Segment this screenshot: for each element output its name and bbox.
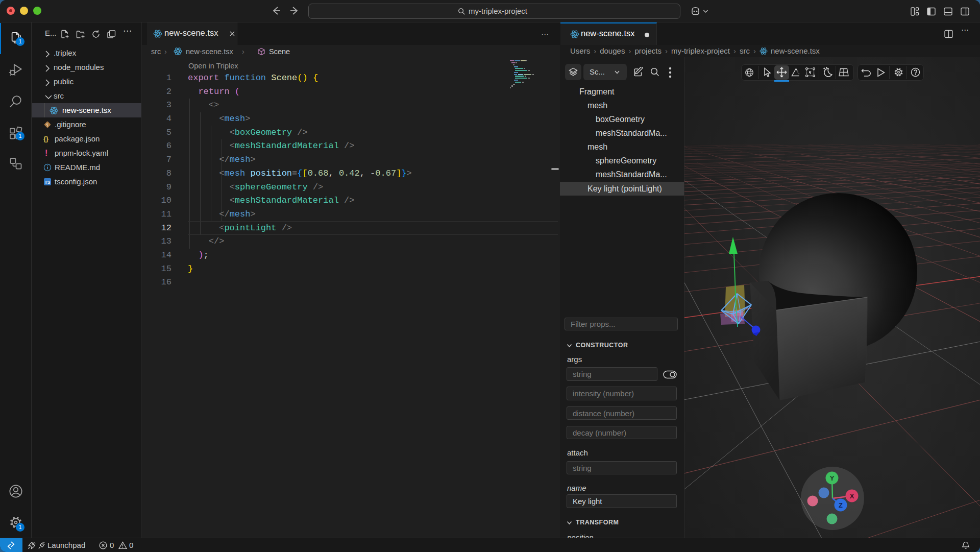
svg-text:Z: Z: [839, 501, 843, 509]
svg-text:TS: TS: [45, 180, 51, 185]
svg-text:Y: Y: [830, 474, 835, 482]
svg-text:X: X: [850, 492, 854, 500]
